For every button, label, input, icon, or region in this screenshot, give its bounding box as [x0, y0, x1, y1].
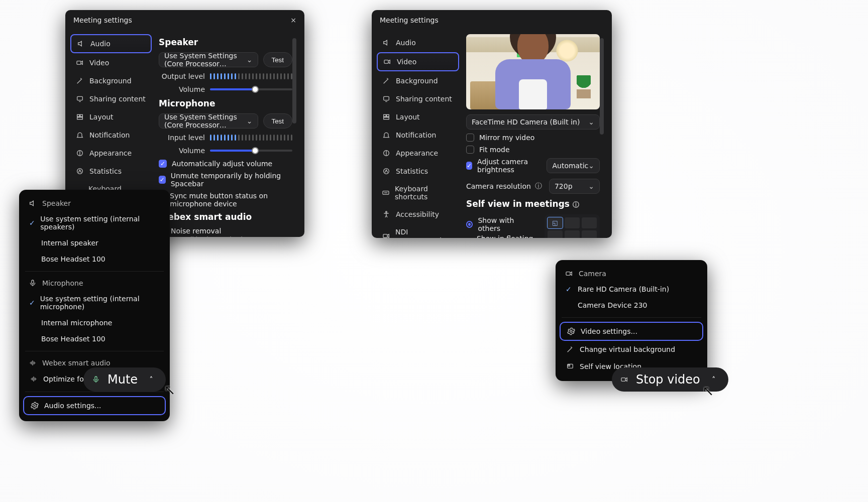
mirror-my-video[interactable]: ✓Mirror my video — [466, 134, 600, 142]
svg-rect-22 — [383, 234, 387, 238]
layout-icon — [75, 112, 84, 121]
speaker-icon — [28, 199, 37, 208]
mic-volume-label: Volume — [159, 147, 205, 155]
bell-icon — [75, 131, 84, 140]
svg-rect-1 — [77, 96, 83, 100]
camera-device-select[interactable]: FaceTime HD Camera (Built in)⌄ — [466, 114, 600, 130]
accessibility-icon — [382, 210, 391, 219]
smart-noise-removal-desc: oves all background noise. — [171, 236, 292, 237]
scrollbar[interactable] — [292, 38, 296, 237]
output-level-label: Output level — [159, 72, 205, 80]
sidebar-item-sharing[interactable]: Sharing content — [70, 90, 152, 107]
sidebar-item-appearance[interactable]: Appearance — [377, 145, 459, 162]
sidebar-item-statistics[interactable]: Statistics — [377, 163, 459, 180]
video-icon — [383, 57, 392, 66]
sidebar-item-layout[interactable]: Layout — [377, 108, 459, 126]
appearance-icon — [382, 149, 391, 158]
stats-icon — [75, 167, 84, 176]
sidebar-item-ndi[interactable]: NDI management — [377, 224, 459, 238]
popup-camera-header: Camera — [560, 266, 703, 281]
input-level-meter — [210, 135, 292, 141]
camera-opt-1[interactable]: Camera Device 230 — [560, 297, 703, 313]
sidebar-item-sharing[interactable]: Sharing content — [377, 90, 459, 107]
sidebar-item-video[interactable]: Video — [70, 54, 152, 71]
smart-noise-removal[interactable]: Noise removal — [159, 227, 292, 235]
mic-opt-1[interactable]: Internal microphone — [23, 315, 166, 331]
sidebar-item-background[interactable]: Background — [377, 72, 459, 89]
microphone-heading: Microphone — [159, 98, 292, 108]
video-icon — [565, 269, 574, 278]
sidebar-item-notification[interactable]: Notification — [70, 127, 152, 144]
chevron-down-icon: ⌄ — [247, 117, 253, 125]
speaker-device-select[interactable]: Use System Settings (Core Processor…⌄ — [159, 52, 258, 67]
svg-rect-16 — [387, 114, 389, 116]
mic-device-select[interactable]: Use System Settings (Core Processor…⌄ — [159, 113, 258, 129]
microphone-icon — [28, 279, 37, 288]
selfview-cell-self[interactable]: ◱ — [548, 217, 563, 228]
video-settings-item[interactable]: Video settings... — [560, 322, 703, 341]
brightness-mode-select[interactable]: Automatic⌄ — [547, 158, 600, 173]
sidebar-item-layout[interactable]: Layout — [70, 108, 152, 126]
svg-point-11 — [34, 405, 36, 407]
gear-icon — [567, 327, 576, 336]
info-icon: ⓘ — [535, 182, 542, 191]
speaker-opt-2[interactable]: Bose Headset 100 — [23, 251, 166, 267]
speaker-opt-0[interactable]: ✓Use system setting (internal speakers) — [23, 211, 166, 235]
selfview-floating[interactable]: Show in floating window — [466, 234, 535, 238]
sync-mute-status[interactable]: ✓Sync mute button status on microphone d… — [159, 192, 292, 208]
mic-test-button[interactable]: Test — [263, 113, 292, 129]
chevron-down-icon: ⌄ — [588, 162, 594, 170]
svg-rect-27 — [621, 378, 625, 382]
mic-opt-0[interactable]: ✓Use system setting (internal microphone… — [23, 291, 166, 315]
mute-button[interactable]: Mute ˄ — [83, 367, 166, 392]
camera-resolution-select[interactable]: 720p⌄ — [549, 179, 600, 194]
svg-point-24 — [570, 330, 572, 332]
bell-icon — [382, 131, 391, 140]
video-device-popup: Camera ✓Rare HD Camera (Built-in) Camera… — [556, 260, 707, 381]
camera-opt-0[interactable]: ✓Rare HD Camera (Built-in) — [560, 281, 703, 297]
share-icon — [382, 94, 391, 103]
speaker-test-button[interactable]: Test — [263, 52, 292, 67]
sidebar-item-video[interactable]: Video — [377, 52, 459, 71]
svg-rect-13 — [384, 60, 388, 64]
cursor-icon: ↖ — [164, 382, 175, 398]
selfview-grid[interactable]: ◱ — [545, 214, 600, 238]
unmute-spacebar[interactable]: ✓Unmute temporarily by holding Spacebar — [159, 172, 292, 188]
speaker-opt-1[interactable]: Internal speaker — [23, 235, 166, 251]
speaker-icon — [382, 38, 391, 47]
sidebar-item-statistics[interactable]: Statistics — [70, 163, 152, 180]
chevron-down-icon: ⌄ — [588, 182, 594, 190]
svg-rect-12 — [95, 376, 97, 380]
audio-settings-item[interactable]: Audio settings... — [23, 396, 166, 415]
output-level-meter — [210, 73, 292, 79]
video-icon — [75, 58, 84, 67]
panel-title: Meeting settings — [380, 16, 439, 24]
chevron-up-icon[interactable]: ˄ — [145, 373, 158, 386]
sidebar-item-appearance[interactable]: Appearance — [70, 145, 152, 162]
speaker-icon — [76, 39, 85, 48]
sidebar-item-background[interactable]: Background — [70, 72, 152, 89]
selfview-show-with-others[interactable]: Show with others — [466, 216, 535, 232]
adjust-brightness[interactable]: ✓Adjust camera brightness — [466, 158, 539, 174]
wand-icon — [382, 76, 391, 85]
gear-icon — [30, 401, 39, 410]
auto-adjust-volume[interactable]: ✓Automatically adjust volume — [159, 160, 292, 168]
sidebar-item-audio[interactable]: Audio — [70, 34, 152, 53]
sidebar-item-notification[interactable]: Notification — [377, 127, 459, 144]
fit-mode[interactable]: ✓Fit mode — [466, 146, 600, 154]
mic-volume-slider[interactable] — [210, 150, 292, 152]
info-icon: ⓘ — [573, 201, 579, 208]
close-icon[interactable]: × — [290, 17, 296, 24]
sidebar-item-audio[interactable]: Audio — [377, 34, 459, 51]
svg-rect-23 — [566, 272, 570, 276]
popup-mic-header: Microphone — [23, 276, 166, 291]
sidebar-item-accessibility[interactable]: Accessibility — [377, 206, 459, 223]
speaker-volume-slider[interactable] — [210, 88, 292, 90]
popup-speaker-header: Speaker — [23, 196, 166, 211]
sidebar-item-keyboard[interactable]: Keyboard shortcuts — [377, 181, 459, 205]
wand-icon — [566, 345, 575, 354]
waveform-icon — [29, 374, 38, 384]
mic-opt-2[interactable]: Bose Headset 100 — [23, 331, 166, 347]
scrollbar[interactable] — [600, 38, 604, 238]
change-virtual-bg[interactable]: Change virtual background — [560, 341, 703, 358]
